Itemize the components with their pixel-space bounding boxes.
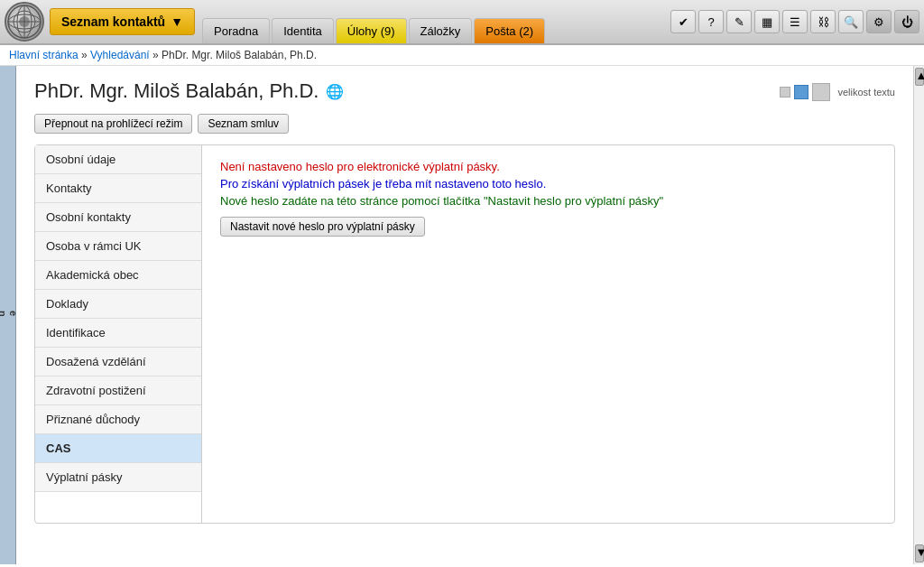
size-controls: velikost textu — [780, 83, 895, 101]
side-menu-panel[interactable]: Menu — [0, 66, 16, 564]
globe-icon: 🌐 — [326, 83, 344, 100]
toolbar-right: ✔ ? ✎ ▦ ☰ ⛓ 🔍 ⚙ ⏻ — [670, 10, 919, 33]
toolbar-icon-2[interactable]: ? — [698, 10, 724, 33]
sidebar-item-osobni-udaje[interactable]: Osobní údaje — [35, 145, 201, 174]
contracts-button[interactable]: Seznam smluv — [198, 114, 289, 134]
info-line-1: Není nastaveno heslo pro elektronické vý… — [220, 160, 876, 173]
set-password-button[interactable]: Nastavit nové heslo pro výplatní pásky — [220, 217, 425, 237]
right-panel: Není nastaveno heslo pro elektronické vý… — [202, 145, 894, 523]
toolbar-icon-6[interactable]: ⛓ — [810, 10, 836, 33]
info-line-3: Nové heslo zadáte na této stránce pomocí… — [220, 194, 876, 208]
breadcrumb: Hlavní stránka » Vyhledávání » PhDr. Mgr… — [0, 45, 924, 66]
breadcrumb-sep2: » — [152, 49, 162, 61]
breadcrumb-current: PhDr. Mgr. Miloš Balabán, Ph.D. — [162, 49, 317, 61]
size-large[interactable] — [812, 83, 830, 101]
tab-posta[interactable]: Pošta (2) — [474, 18, 545, 43]
breadcrumb-sep1: » — [81, 49, 90, 61]
sidebar-item-kontakty[interactable]: Kontakty — [35, 174, 201, 203]
page-title: PhDr. Mgr. Miloš Balabán, Ph.D. 🌐 — [34, 79, 780, 103]
logo-circle — [5, 2, 44, 42]
action-buttons: Přepnout na prohlížecí režim Seznam smlu… — [34, 114, 895, 134]
logo — [5, 2, 44, 42]
tab-zalozky[interactable]: Záložky — [409, 18, 473, 43]
gear-button[interactable]: ⚙ — [866, 10, 892, 33]
sidebar-item-priznane-duchody[interactable]: Přiznané důchody — [35, 405, 201, 434]
toolbar-icon-search[interactable]: 🔍 — [838, 10, 864, 33]
sidebar-item-doklady[interactable]: Doklady — [35, 290, 201, 319]
size-medium[interactable] — [794, 85, 808, 99]
sidebar-item-akademicka-obec[interactable]: Akademická obec — [35, 261, 201, 290]
toolbar-icon-4[interactable]: ▦ — [754, 10, 780, 33]
nav-tabs: Poradna Identita Úlohy (9) Záložky Pošta… — [202, 0, 545, 43]
scroll-up-arrow[interactable]: ▲ — [915, 68, 924, 86]
sidebar-item-dosazena-vzdelani[interactable]: Dosažená vzdělání — [35, 348, 201, 376]
inner-content-box: Osobní údaje Kontakty Osobní kontakty Os… — [34, 144, 895, 524]
toolbar-icon-3[interactable]: ✎ — [726, 10, 752, 33]
tab-identita[interactable]: Identita — [272, 18, 334, 43]
power-button[interactable]: ⏻ — [894, 10, 919, 33]
toolbar-icon-1[interactable]: ✔ — [670, 10, 696, 33]
breadcrumb-vyhledavani[interactable]: Vyhledávání — [90, 49, 150, 61]
sidebar-item-cas[interactable]: CAS — [35, 434, 201, 463]
top-navigation-bar: Seznam kontaktů ▼ Poradna Identita Úlohy… — [0, 0, 924, 45]
left-sidebar: Osobní údaje Kontakty Osobní kontakty Os… — [35, 145, 202, 523]
scroll-down-arrow[interactable]: ▼ — [915, 544, 924, 562]
sidebar-item-vyplatni-pasky[interactable]: Výplatní pásky — [35, 463, 201, 492]
dropdown-arrow: ▼ — [171, 14, 183, 29]
sidebar-item-identifikace[interactable]: Identifikace — [35, 319, 201, 348]
toolbar-icon-5[interactable]: ☰ — [782, 10, 808, 33]
info-line-2: Pro získání výplatních pásek je třeba mí… — [220, 177, 876, 191]
dropdown-label: Seznam kontaktů — [61, 14, 165, 29]
sidebar-item-osoba-v-ramci-uk[interactable]: Osoba v rámci UK — [35, 232, 201, 261]
tab-poradna[interactable]: Poradna — [202, 18, 270, 43]
tab-ukoly[interactable]: Úlohy (9) — [336, 18, 407, 43]
sidebar-item-osobni-kontakty[interactable]: Osobní kontakty — [35, 203, 201, 232]
main-container: Menu velikost textu PhDr. Mgr. Miloš Bal… — [0, 66, 924, 564]
browser-mode-button[interactable]: Přepnout na prohlížecí režim — [34, 114, 192, 134]
seznam-kontaktu-dropdown[interactable]: Seznam kontaktů ▼ — [50, 8, 195, 35]
size-label: velikost textu — [837, 87, 895, 98]
content-area: velikost textu PhDr. Mgr. Miloš Balabán,… — [16, 66, 913, 564]
breadcrumb-home[interactable]: Hlavní stránka — [9, 49, 79, 61]
sidebar-item-zdravotni-postizeni[interactable]: Zdravotní postižení — [35, 376, 201, 405]
size-small[interactable] — [780, 87, 790, 98]
page-title-text: PhDr. Mgr. Miloš Balabán, Ph.D. — [34, 79, 319, 103]
scrollbar[interactable]: ▲ ▼ — [913, 66, 924, 564]
